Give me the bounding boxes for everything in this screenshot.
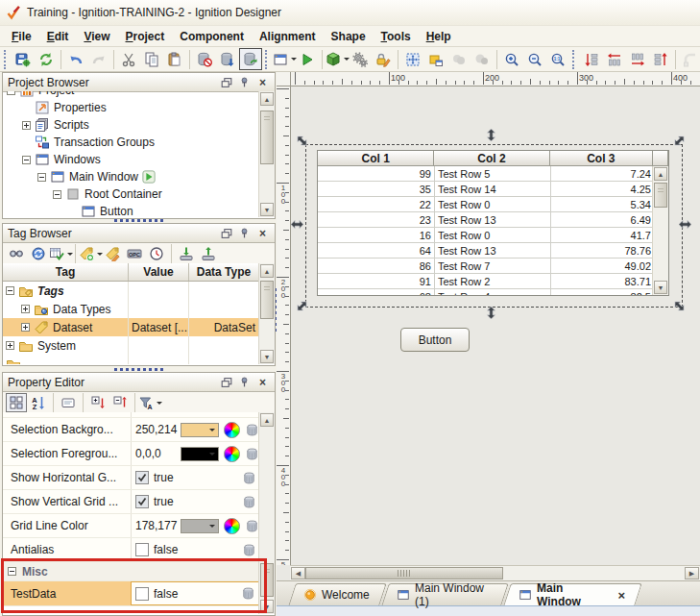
grid-check-button[interactable] [50, 244, 71, 263]
table-column-header[interactable]: Col 3 [550, 151, 653, 166]
distribute-down-button[interactable] [580, 48, 603, 70]
table-row[interactable]: 86Test Row 749.02 [318, 259, 668, 274]
shape-subtract-button[interactable] [471, 48, 494, 70]
project-tree-scrollbar[interactable]: ▲ ▼ [258, 91, 275, 217]
undo-button[interactable] [64, 48, 87, 70]
resize-handle[interactable] [673, 135, 686, 147]
checkbox-checked[interactable] [135, 495, 149, 508]
tag-grid-scrollbar[interactable]: ▲ ▼ [258, 263, 275, 364]
scroll-left-button[interactable]: ◀ [291, 567, 305, 579]
lock-edit-button[interactable] [372, 48, 395, 70]
color-wheel-icon[interactable] [224, 518, 240, 534]
binding-button[interactable] [245, 423, 259, 437]
table-row[interactable]: 23Test Row 136.49 [318, 212, 668, 228]
property-row-antialias[interactable]: Antialiasfalse [3, 538, 259, 562]
collapse-all-button[interactable] [109, 393, 131, 412]
zoom-in-button[interactable] [500, 48, 523, 70]
color-wheel-icon[interactable] [224, 446, 240, 462]
copy-button[interactable] [140, 48, 163, 70]
add-tag-button[interactable] [80, 244, 101, 263]
property-row-testdata[interactable]: TestDatafalse [3, 581, 259, 606]
expand-icon[interactable] [21, 305, 30, 313]
menu-tools[interactable]: Tools [374, 27, 419, 46]
button-component[interactable]: Button [400, 328, 470, 352]
update-project-button[interactable] [35, 48, 58, 70]
redo-button[interactable] [87, 48, 110, 70]
toolbar-grip[interactable] [4, 50, 8, 69]
zoom-selection-button[interactable] [401, 48, 424, 70]
tab-main-window-1-[interactable]: Main Window (1) [381, 583, 501, 606]
panel-splitter[interactable] [2, 218, 276, 222]
scroll-thumb[interactable] [260, 281, 274, 319]
collapse-icon[interactable] [6, 286, 14, 295]
distribute-up-button[interactable] [649, 48, 672, 70]
resize-handle[interactable] [296, 135, 308, 147]
menu-project[interactable]: Project [118, 27, 173, 46]
float-panel-button[interactable] [219, 376, 233, 389]
filter-button[interactable]: A [139, 393, 160, 412]
db-disconnect-button[interactable] [193, 48, 216, 70]
scroll-thumb[interactable] [305, 567, 503, 579]
menu-edit[interactable]: Edit [39, 27, 77, 46]
scroll-up-button[interactable]: ▲ [260, 92, 274, 106]
tab-close-icon[interactable]: × [617, 588, 625, 603]
resize-handle[interactable] [296, 300, 308, 312]
paste-button[interactable] [163, 48, 186, 70]
column-header-data-type[interactable]: Data Type [189, 263, 259, 281]
resize-handle[interactable] [291, 218, 303, 231]
tree-item-root-container[interactable]: Root Container [3, 185, 259, 203]
design-canvas[interactable]: Col 1Col 2Col 399Test Row 57.2435Test Ro… [291, 86, 700, 565]
opc-button[interactable]: OPC [124, 244, 145, 263]
binding-button[interactable] [242, 471, 256, 485]
tag-row-system[interactable]: System [3, 336, 259, 355]
property-row-show-horizontal-g-[interactable]: Show Horizontal G...true [3, 466, 259, 490]
collapse-icon[interactable] [53, 190, 61, 199]
table-row[interactable]: 22Test Row 05.34 [318, 197, 668, 212]
menu-view[interactable]: View [76, 27, 117, 46]
refresh-browse-button[interactable] [28, 244, 49, 263]
table-row[interactable]: 99Test Row 57.24 [318, 166, 668, 182]
table-row[interactable]: 91Test Row 283.71 [318, 274, 668, 289]
corner-tool-1-button[interactable] [679, 48, 700, 70]
categorize-button[interactable] [6, 393, 27, 412]
description-button[interactable] [58, 393, 79, 412]
table-row[interactable]: 64Test Row 1378.76 [318, 243, 668, 259]
scroll-thumb[interactable] [654, 183, 667, 208]
tree-item-transaction-groups[interactable]: Transaction Groups [3, 134, 259, 151]
binding-button[interactable] [245, 519, 259, 533]
toolbar-grip[interactable] [265, 50, 269, 69]
zoom-out-button[interactable] [523, 48, 546, 70]
dropdown-caret-icon[interactable] [67, 253, 73, 259]
property-row-misc[interactable]: Misc [3, 562, 259, 581]
pin-panel-button[interactable] [237, 76, 252, 89]
binding-button[interactable] [245, 447, 259, 461]
panel-splitter[interactable] [2, 367, 276, 371]
property-row-grid-line-color[interactable]: Grid Line Color178,177 [3, 514, 259, 538]
expand-icon[interactable] [6, 341, 14, 350]
shape-union-button[interactable] [447, 48, 471, 70]
binding-button[interactable] [242, 495, 256, 509]
distribute-left-button[interactable] [603, 48, 626, 70]
checkbox-unchecked[interactable] [135, 543, 149, 556]
menu-shape[interactable]: Shape [324, 27, 374, 46]
checkbox-unchecked[interactable] [135, 587, 149, 601]
table-row[interactable]: 35Test Row 144.25 [318, 182, 668, 197]
collapse-icon[interactable] [37, 173, 46, 182]
expand-all-button[interactable] [87, 393, 109, 412]
db-download-button[interactable] [216, 48, 239, 70]
property-row-show-vertical-grid-[interactable]: Show Vertical Grid ...true [3, 490, 259, 514]
cut-button[interactable] [117, 48, 140, 70]
property-scrollbar[interactable]: ▲ ▼ [258, 412, 275, 614]
resize-handle[interactable] [673, 300, 686, 312]
pin-panel-button[interactable] [237, 227, 252, 240]
tree-item-properties[interactable]: Properties [3, 99, 259, 116]
tree-item-windows[interactable]: Windows [3, 151, 259, 168]
table-column-header[interactable]: Col 1 [318, 151, 434, 166]
column-header-value[interactable]: Value [129, 263, 189, 281]
expand-icon[interactable] [21, 323, 30, 332]
menu-help[interactable]: Help [419, 27, 459, 46]
select-region-button[interactable] [424, 48, 447, 70]
scroll-thumb[interactable] [260, 563, 274, 597]
gears-button[interactable] [349, 48, 372, 70]
sort-az-button[interactable]: AZ [28, 393, 49, 412]
